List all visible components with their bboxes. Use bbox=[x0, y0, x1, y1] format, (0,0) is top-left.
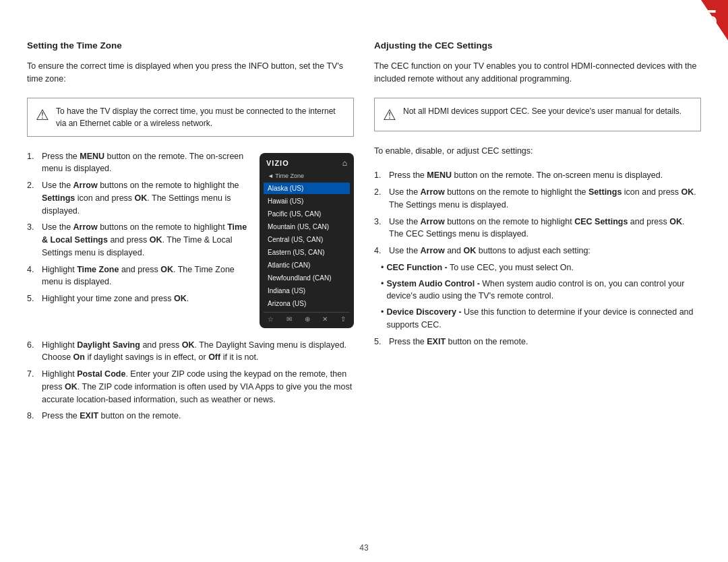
step-3: 3. Use the Arrow buttons on the remote t… bbox=[27, 221, 253, 259]
left-column: Setting the Time Zone To ensure the corr… bbox=[27, 40, 354, 535]
steps-list-top: 1. Press the MENU button on the remote. … bbox=[27, 150, 253, 305]
right-section-title: Adjusting the CEC Settings bbox=[374, 40, 701, 53]
enable-text: To enable, disable, or adjust CEC settin… bbox=[374, 145, 701, 158]
tv-menu-alaska: Alaska (US) bbox=[264, 183, 350, 194]
left-warning-box: ⚠ To have the TV display the correct tim… bbox=[27, 98, 354, 137]
step-8: 8. Press the EXIT button on the remote. bbox=[27, 410, 354, 423]
cec-bullet-list: CEC Function - To use CEC, you must sele… bbox=[374, 261, 701, 332]
left-warning-text: To have the TV display the correct time,… bbox=[56, 105, 345, 129]
tv-icon-settings: ⊕ bbox=[305, 315, 310, 323]
tv-menu-indiana: Indiana (US) bbox=[264, 285, 350, 296]
step-4: 4. Highlight Time Zone and press OK. The… bbox=[27, 263, 253, 289]
tv-menu-arizona: Arizona (US) bbox=[264, 298, 350, 309]
page-corner: 5 bbox=[674, 0, 728, 40]
right-steps: 1. Press the MENU button on the remote. … bbox=[374, 169, 701, 348]
tv-menu-eastern: Eastern (US, CAN) bbox=[264, 247, 350, 258]
right-intro: The CEC function on your TV enables you … bbox=[374, 60, 701, 86]
step-6: 6. Highlight Daylight Saving and press O… bbox=[27, 339, 354, 365]
tv-menu-central: Central (US, CAN) bbox=[264, 234, 350, 245]
right-column: Adjusting the CEC Settings The CEC funct… bbox=[374, 40, 701, 535]
tv-menu-newfoundland: Newfoundland (CAN) bbox=[264, 272, 350, 284]
tv-menu-atlantic: Atlantic (CAN) bbox=[264, 259, 350, 271]
tv-logo: VIZIO bbox=[266, 159, 289, 167]
step-7: 7. Highlight Postal Code. Enter your ZIP… bbox=[27, 368, 354, 406]
step-2: 2. Use the Arrow buttons on the remote t… bbox=[27, 179, 253, 217]
bullet-cec-function: CEC Function - To use CEC, you must sele… bbox=[381, 261, 701, 274]
tv-menu-hawaii: Hawaii (US) bbox=[264, 195, 350, 207]
bullet-system-audio: System Audio Control - When system audio… bbox=[381, 278, 701, 303]
right-step-3: 3. Use the Arrow buttons on the remote t… bbox=[374, 216, 701, 241]
right-warning-box: ⚠ Not all HDMI devices support CEC. See … bbox=[374, 98, 701, 131]
left-section-title: Setting the Time Zone bbox=[27, 40, 354, 53]
bullet-device-discovery: Device Discovery - Use this function to … bbox=[381, 306, 701, 332]
steps-with-image: 1. Press the MENU button on the remote. … bbox=[27, 150, 354, 328]
tv-icon-arrow: ⇧ bbox=[340, 315, 346, 323]
tv-icon-star: ☆ bbox=[268, 315, 274, 323]
tv-icon-mail: ✉ bbox=[286, 315, 292, 323]
tv-mockup: VIZIO ⌂ ◄ Time Zone Alaska (US) Hawaii (… bbox=[260, 153, 354, 328]
footer-page-number: 43 bbox=[0, 543, 728, 553]
left-intro: To ensure the correct time is displayed … bbox=[27, 60, 354, 86]
tv-bottom-icons: ☆ ✉ ⊕ ✕ ⇧ bbox=[264, 312, 350, 324]
tv-home-icon: ⌂ bbox=[342, 158, 347, 168]
tv-menu-header: ◄ Time Zone bbox=[264, 170, 350, 181]
tv-screen-header: VIZIO ⌂ bbox=[264, 157, 350, 169]
tv-menu-mountain: Mountain (US, CAN) bbox=[264, 221, 350, 232]
tv-menu-pacific: Pacific (US, CAN) bbox=[264, 208, 350, 220]
right-step-2: 2. Use the Arrow buttons on the remote t… bbox=[374, 186, 701, 212]
warning-icon: ⚠ bbox=[36, 106, 49, 124]
tv-icon-close: ✕ bbox=[322, 315, 328, 323]
right-step-4: 4. Use the Arrow and OK buttons to adjus… bbox=[374, 245, 701, 257]
right-step-5: 5. Press the EXIT button on the remote. bbox=[374, 336, 701, 348]
right-warning-icon: ⚠ bbox=[383, 106, 396, 124]
right-warning-text: Not all HDMI devices support CEC. See yo… bbox=[403, 105, 681, 117]
page-number: 5 bbox=[704, 3, 723, 34]
step-1: 1. Press the MENU button on the remote. … bbox=[27, 150, 253, 176]
step-5: 5. Highlight your time zone and press OK… bbox=[27, 292, 253, 305]
right-step-1: 1. Press the MENU button on the remote. … bbox=[374, 169, 701, 182]
steps-below: 6. Highlight Daylight Saving and press O… bbox=[27, 339, 354, 423]
